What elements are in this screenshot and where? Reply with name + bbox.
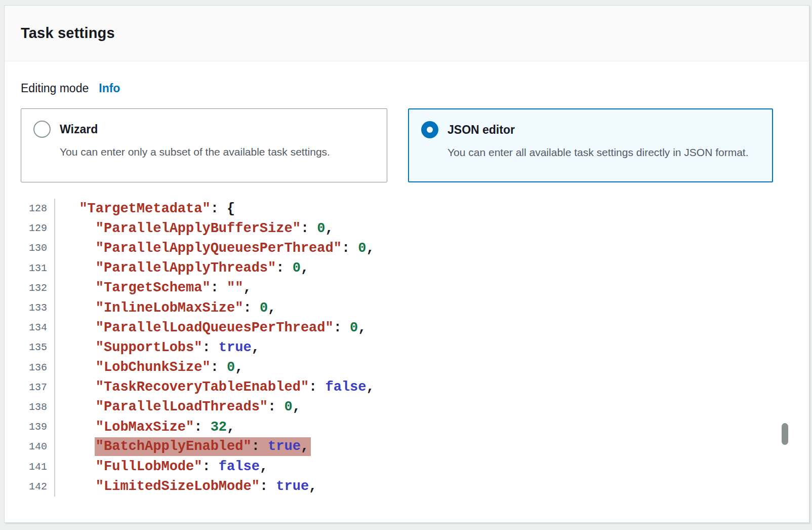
json-value: true [268, 439, 301, 454]
line-number: 140 [21, 437, 55, 457]
code-line[interactable]: 137 "TaskRecoveryTableEnabled": false, [21, 377, 793, 397]
json-value: false [219, 459, 260, 474]
code-text: "ParallelLoadQueuesPerThread": 0, [55, 320, 367, 335]
json-comma: , [301, 260, 309, 276]
json-key: "ParallelApplyBufferSize" [96, 221, 301, 236]
json-value: false [326, 380, 367, 395]
json-value: true [219, 340, 252, 355]
code-text: "ParallelLoadThreads": 0, [55, 399, 301, 414]
code-line[interactable]: 138 "ParallelLoadThreads": 0, [21, 397, 793, 417]
code-text: "LobChunkSize": 0, [55, 360, 243, 375]
code-text: "BatchApplyEnabled": true, [55, 437, 311, 456]
json-key: "ParallelLoadThreads" [96, 399, 268, 414]
line-number: 142 [21, 477, 55, 497]
json-key: "TargetMetadata" [79, 201, 210, 216]
json-value: 0 [350, 320, 358, 335]
code-line[interactable]: 134 "ParallelLoadQueuesPerThread": 0, [21, 318, 793, 337]
json-comma: , [301, 439, 309, 454]
json-colon: : [211, 360, 227, 375]
code-text: "LimitedSizeLobMode": true, [55, 479, 317, 494]
json-colon: : [334, 320, 350, 335]
line-number: 139 [21, 417, 55, 437]
json-colon: : [309, 380, 325, 395]
code-line[interactable]: 129 "ParallelApplyBufferSize": 0, [21, 218, 793, 238]
code-line[interactable]: 136 "LobChunkSize": 0, [21, 358, 793, 377]
json-colon: : [252, 439, 268, 454]
code-text: "SupportLobs": true, [55, 340, 260, 355]
json-editor-tile-description: You can enter all available task setting… [448, 144, 749, 161]
json-key: "LobChunkSize" [96, 360, 211, 375]
json-value: 0 [358, 241, 366, 256]
json-colon: : [268, 399, 284, 414]
json-comma: , [309, 479, 317, 494]
code-text: "ParallelApplyBufferSize": 0, [55, 221, 334, 236]
json-colon: : [342, 241, 358, 256]
json-value: 0 [260, 300, 268, 316]
json-key: "ParallelApplyQueuesPerThread" [96, 241, 342, 256]
code-text: "TaskRecoveryTableEnabled": false, [55, 380, 375, 395]
json-value: "" [227, 280, 243, 295]
json-colon: : [276, 260, 292, 276]
json-key: "BatchApplyEnabled" [96, 439, 252, 454]
json-code-editor[interactable]: 128 "TargetMetadata": {129 "ParallelAppl… [21, 199, 793, 497]
wizard-tile-content: Wizard You can enter only a subset of th… [60, 120, 330, 171]
info-link[interactable]: Info [99, 82, 120, 95]
json-key: "FullLobMode" [96, 459, 202, 474]
json-comma: , [358, 320, 366, 335]
code-line[interactable]: 130 "ParallelApplyQueuesPerThread": 0, [21, 238, 793, 258]
highlighted-range: "BatchApplyEnabled": true, [95, 437, 311, 456]
json-value: true [276, 479, 309, 494]
json-key: "TaskRecoveryTableEnabled" [96, 380, 309, 395]
json-colon: : [211, 280, 227, 295]
code-line[interactable]: 135 "SupportLobs": true, [21, 337, 793, 357]
line-number: 132 [21, 278, 55, 298]
wizard-tile[interactable]: Wizard You can enter only a subset of th… [21, 108, 387, 182]
wizard-tile-label: Wizard [60, 120, 330, 138]
json-colon: : [202, 459, 218, 474]
json-value: 0 [227, 360, 235, 375]
json-comma: , [252, 340, 260, 355]
panel-body: Editing mode Info Wizard You can enter o… [5, 61, 809, 497]
json-key: "InlineLobMaxSize" [96, 300, 243, 316]
json-value: 0 [317, 221, 325, 236]
panel-header: Task settings [5, 6, 809, 61]
json-key: "ParallelLoadQueuesPerThread" [96, 320, 334, 335]
line-number: 137 [21, 377, 55, 397]
radio-selected-icon[interactable] [421, 121, 438, 138]
line-number: 128 [21, 199, 55, 218]
code-line[interactable]: 133 "InlineLobMaxSize": 0, [21, 298, 793, 318]
json-key: "LobMaxSize" [96, 420, 194, 435]
code-line[interactable]: 140 "BatchApplyEnabled": true, [21, 437, 793, 457]
editing-mode-tiles: Wizard You can enter only a subset of th… [21, 108, 793, 182]
json-comma: , [243, 280, 251, 295]
code-text: "TargetSchema": "", [55, 280, 252, 295]
editing-mode-row: Editing mode Info [21, 82, 793, 95]
line-number: 135 [21, 337, 55, 357]
json-key: "SupportLobs" [96, 340, 202, 355]
code-text: "FullLobMode": false, [55, 459, 268, 474]
code-line[interactable]: 141 "FullLobMode": false, [21, 457, 793, 476]
code-text: "ParallelApplyQueuesPerThread": 0, [55, 241, 375, 256]
code-line[interactable]: 132 "TargetSchema": "", [21, 278, 793, 298]
json-editor-tile[interactable]: JSON editor You can enter all available … [408, 108, 773, 182]
radio-unselected-icon[interactable] [33, 121, 51, 138]
code-line[interactable]: 128 "TargetMetadata": { [21, 199, 793, 218]
panel-title: Task settings [21, 25, 115, 42]
scrollbar-thumb[interactable] [782, 423, 788, 445]
json-value: 0 [284, 399, 292, 414]
json-colon: : [211, 201, 227, 216]
json-editor-tile-label: JSON editor [448, 121, 749, 139]
line-number: 134 [21, 318, 55, 337]
code-line[interactable]: 131 "ParallelApplyThreads": 0, [21, 258, 793, 278]
json-comma: , [293, 399, 301, 414]
task-settings-panel: Task settings Editing mode Info Wizard Y… [4, 5, 809, 523]
json-value: 0 [293, 260, 301, 276]
json-editor-tile-content: JSON editor You can enter all available … [448, 121, 749, 170]
code-line[interactable]: 142 "LimitedSizeLobMode": true, [21, 477, 793, 497]
code-text: "TargetMetadata": { [55, 201, 235, 216]
json-colon: : [301, 221, 317, 236]
editing-mode-label: Editing mode [21, 82, 89, 95]
line-number: 130 [21, 238, 55, 258]
line-number: 141 [21, 457, 55, 476]
code-line[interactable]: 139 "LobMaxSize": 32, [21, 417, 793, 437]
